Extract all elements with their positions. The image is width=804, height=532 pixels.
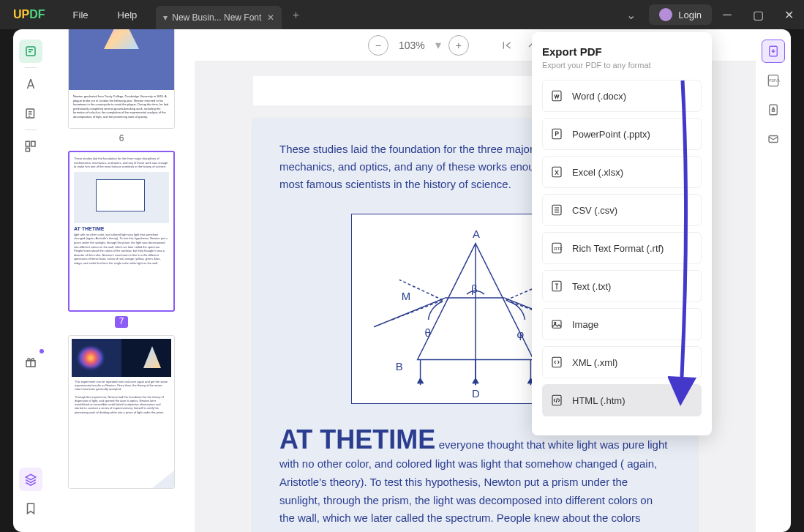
zoom-in-button[interactable]: +	[448, 35, 469, 56]
export-word[interactable]: Word (.docx)	[542, 80, 702, 112]
svg-rect-3	[31, 141, 35, 146]
share-button[interactable]	[762, 127, 785, 151]
export-csv[interactable]: CSV (.csv)	[542, 194, 702, 226]
svg-text:B: B	[395, 361, 402, 372]
excel-icon	[550, 165, 563, 179]
maximize-button[interactable]: ▢	[743, 0, 773, 29]
document-tab[interactable]: ▾ New Busin... New Font ✕	[156, 6, 282, 29]
export-text[interactable]: Text (.txt)	[542, 270, 702, 302]
avatar-icon	[659, 8, 672, 21]
csv-icon	[550, 203, 563, 217]
powerpoint-icon	[550, 127, 563, 141]
export-title: Export PDF	[542, 45, 702, 58]
minimize-button[interactable]: ─	[712, 0, 743, 29]
gift-button[interactable]	[19, 351, 42, 374]
tab-close-icon[interactable]: ✕	[267, 12, 274, 23]
svg-rect-22	[552, 321, 561, 329]
tab-doc-icon: ▾	[163, 12, 168, 23]
page-heading: AT THETIME	[279, 424, 435, 454]
svg-text:β: β	[471, 283, 478, 295]
export-xml[interactable]: XML (.xml)	[542, 346, 702, 378]
thumbnail-page-6[interactable]: Newton graduated from Trinity College, C…	[68, 29, 175, 143]
svg-rect-2	[26, 141, 29, 146]
left-toolbar	[13, 29, 48, 532]
layers-button[interactable]	[19, 468, 42, 491]
export-image[interactable]: Image	[542, 308, 702, 340]
word-icon	[550, 89, 563, 102]
export-subtitle: Export your PDF to any format	[542, 61, 702, 70]
login-button[interactable]: Login	[649, 4, 712, 25]
zoom-out-button[interactable]: −	[368, 35, 388, 56]
text-icon	[550, 280, 563, 293]
bookmark-button[interactable]	[19, 497, 42, 520]
export-pdf-button[interactable]	[762, 40, 785, 63]
svg-text:A: A	[473, 228, 480, 240]
svg-rect-24	[552, 357, 561, 367]
svg-rect-29	[770, 105, 778, 115]
image-icon	[550, 318, 563, 331]
first-page-button[interactable]	[498, 37, 516, 54]
export-powerpoint[interactable]: PowerPoint (.pptx)	[542, 118, 702, 150]
menu-file[interactable]: File	[59, 10, 103, 20]
svg-text:M: M	[401, 291, 410, 302]
rtf-icon: RTF	[550, 241, 563, 255]
xml-icon	[550, 356, 563, 369]
svg-rect-30	[773, 109, 775, 111]
reader-tool[interactable]	[19, 40, 42, 63]
login-label: Login	[678, 10, 702, 20]
protect-button[interactable]	[762, 98, 785, 121]
thumb-7-number: 7	[115, 316, 128, 328]
tab-title: New Busin... New Font	[172, 12, 261, 23]
export-rtf[interactable]: RTF Rich Text Format (.rtf)	[542, 232, 702, 264]
zoom-dropdown-icon[interactable]: ▾	[435, 38, 441, 52]
svg-text:φ: φ	[516, 329, 524, 340]
menu-help[interactable]: Help	[103, 10, 152, 20]
svg-text:RTF: RTF	[554, 247, 563, 251]
html-icon	[550, 394, 563, 407]
new-tab-button[interactable]: ＋	[290, 8, 301, 22]
annotate-tool[interactable]	[19, 72, 42, 96]
svg-text:PDF/A: PDF/A	[769, 78, 780, 83]
export-html[interactable]: HTML (.htm)	[542, 384, 702, 416]
workspace: Newton graduated from Trinity College, C…	[13, 29, 791, 532]
organize-tool[interactable]	[19, 135, 42, 158]
svg-rect-4	[26, 148, 29, 151]
thumbnail-page-7[interactable]: These studies laid the foundation for th…	[68, 151, 175, 328]
export-excel[interactable]: Excel (.xlsx)	[542, 156, 702, 188]
titlebar: UPDF File Help ▾ New Busin... New Font ✕…	[0, 0, 804, 29]
thumbnail-panel: Newton graduated from Trinity College, C…	[48, 29, 195, 532]
svg-text:D: D	[472, 388, 480, 400]
pdfa-button[interactable]: PDF/A	[762, 69, 785, 92]
svg-text:θ: θ	[424, 327, 430, 339]
zoom-value: 103%	[396, 40, 428, 51]
edit-tool[interactable]	[19, 102, 42, 125]
right-toolbar: PDF/A	[756, 29, 791, 532]
thumbnail-page-8[interactable]: This experiment can be repeated over and…	[68, 335, 175, 489]
app-logo: UPDF	[0, 8, 59, 21]
export-panel: Export PDF Export your PDF to any format…	[532, 32, 712, 435]
titlebar-dropdown-icon[interactable]: ⌄	[613, 8, 649, 22]
main-view: − 103% ▾ + 7 / 8 Thes	[195, 29, 756, 532]
thumb-6-number: 6	[68, 133, 175, 143]
close-button[interactable]: ✕	[773, 0, 804, 29]
